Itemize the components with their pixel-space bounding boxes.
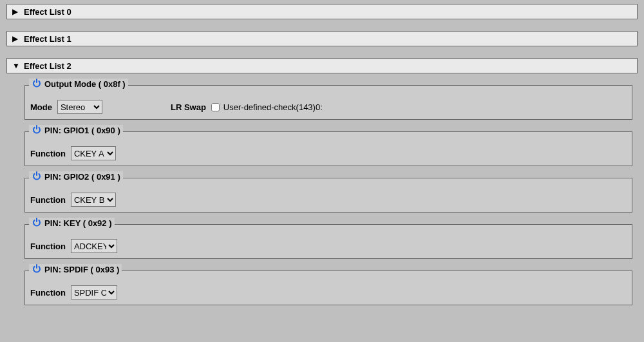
fieldset-legend: PIN: KEY ( 0x92 )	[29, 218, 115, 228]
effect-list-2-label: Effect List 2	[24, 61, 71, 71]
user-defined-label: User-defined-check(143)0:	[223, 102, 323, 112]
gpio2-title: PIN: GPIO2 ( 0x91 )	[44, 172, 120, 182]
power-icon[interactable]	[32, 79, 42, 89]
key-row: Function ADCKEY	[30, 239, 625, 253]
effect-list-1-label: Effect List 1	[24, 34, 71, 44]
key-box: PIN: KEY ( 0x92 ) Function ADCKEY	[24, 224, 632, 259]
gpio2-box: PIN: GPIO2 ( 0x91 ) Function CKEY B	[24, 178, 632, 213]
effect-list-2-content: Output Mode ( 0x8f ) Mode Stereo LR Swap…	[6, 76, 638, 305]
mode-select[interactable]: Stereo	[57, 100, 102, 114]
expand-icon: ▶	[12, 34, 21, 43]
effect-list-0-label: Effect List 0	[24, 7, 71, 17]
fieldset-legend: PIN: SPDIF ( 0x93 )	[29, 264, 122, 274]
power-icon[interactable]	[32, 125, 42, 135]
gpio1-title: PIN: GPIO1 ( 0x90 )	[44, 126, 120, 135]
output-mode-row: Mode Stereo LR Swap User-defined-check(1…	[30, 100, 625, 114]
collapse-icon: ▼	[12, 61, 21, 70]
gpio1-function-select[interactable]: CKEY A	[71, 146, 116, 160]
spdif-title: PIN: SPDIF ( 0x93 )	[44, 265, 119, 274]
function-label: Function	[30, 242, 66, 251]
output-mode-box: Output Mode ( 0x8f ) Mode Stereo LR Swap…	[24, 85, 632, 120]
gpio1-box: PIN: GPIO1 ( 0x90 ) Function CKEY A	[24, 131, 632, 166]
function-label: Function	[30, 195, 66, 205]
power-icon[interactable]	[32, 171, 42, 182]
spdif-function-select[interactable]: SPDIF O	[71, 285, 117, 299]
fieldset-legend: PIN: GPIO1 ( 0x90 )	[29, 125, 123, 135]
power-icon[interactable]	[32, 264, 42, 274]
gpio1-row: Function CKEY A	[30, 146, 625, 160]
function-label: Function	[30, 149, 66, 158]
gpio2-function-select[interactable]: CKEY B	[71, 193, 116, 207]
power-icon[interactable]	[32, 218, 42, 228]
output-mode-title: Output Mode ( 0x8f )	[44, 79, 126, 89]
effect-list-0-header[interactable]: ▶ Effect List 0	[6, 4, 638, 19]
key-title: PIN: KEY ( 0x92 )	[44, 218, 112, 228]
lr-swap-checkbox[interactable]	[211, 103, 220, 111]
panel: ▶ Effect List 0 ▶ Effect List 1 ▼ Effect…	[0, 0, 644, 305]
key-function-select[interactable]: ADCKEY	[71, 239, 117, 253]
fieldset-legend: PIN: GPIO2 ( 0x91 )	[29, 171, 123, 182]
effect-list-2-header[interactable]: ▼ Effect List 2	[6, 58, 638, 73]
gpio2-row: Function CKEY B	[30, 193, 625, 207]
mode-label: Mode	[30, 102, 52, 112]
expand-icon: ▶	[12, 7, 21, 16]
spdif-box: PIN: SPDIF ( 0x93 ) Function SPDIF O	[24, 271, 632, 305]
lr-swap-label: LR Swap	[171, 102, 206, 112]
effect-list-1-header[interactable]: ▶ Effect List 1	[6, 31, 638, 46]
spdif-row: Function SPDIF O	[30, 285, 625, 299]
function-label: Function	[30, 288, 66, 298]
fieldset-legend: Output Mode ( 0x8f )	[29, 79, 128, 89]
